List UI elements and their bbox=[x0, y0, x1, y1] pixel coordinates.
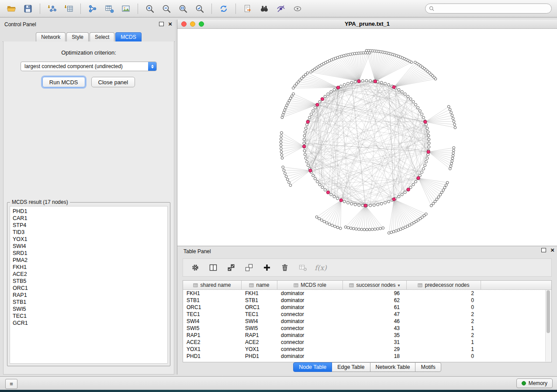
result-item[interactable]: SWI5 bbox=[10, 306, 167, 313]
table-row[interactable]: ACE2ACE2connector311 bbox=[183, 339, 551, 346]
table-options-button[interactable] bbox=[296, 261, 310, 274]
unselect-all-button[interactable] bbox=[242, 261, 256, 274]
result-item[interactable]: FKH1 bbox=[10, 264, 167, 271]
column-header-predecessor-nodes[interactable]: predecessor nodes bbox=[407, 281, 481, 289]
import-table-button[interactable] bbox=[61, 2, 76, 15]
table-scrollbar[interactable] bbox=[545, 290, 551, 361]
delete-column-button[interactable] bbox=[278, 261, 292, 274]
network-table-button[interactable] bbox=[101, 2, 117, 15]
mcds-result-group: MCDS result (17 nodes) PHD1CAR1STP4TID3Y… bbox=[7, 202, 170, 366]
tab-node-table[interactable]: Node Table bbox=[293, 362, 332, 372]
table-row[interactable]: FKH1FKH1dominator962 bbox=[183, 290, 551, 297]
result-item[interactable]: YOX1 bbox=[10, 236, 167, 243]
table-row[interactable]: STB1STB1dominator620 bbox=[183, 297, 551, 304]
float-panel-icon[interactable] bbox=[159, 22, 164, 26]
run-mcds-button[interactable]: Run MCDS bbox=[42, 77, 85, 87]
result-item[interactable]: PMA2 bbox=[10, 257, 167, 264]
table-cell: connector bbox=[277, 346, 343, 352]
table-row[interactable]: SWI5SWI5connector431 bbox=[183, 325, 551, 332]
memory-button[interactable]: Memory bbox=[516, 378, 553, 388]
result-item[interactable]: SRD1 bbox=[10, 250, 167, 257]
table-cell: 1 bbox=[407, 325, 481, 331]
dropdown-arrows-icon bbox=[148, 62, 156, 71]
result-item[interactable]: STP4 bbox=[10, 222, 167, 229]
network-title: YPA_prune.txt_1 bbox=[177, 20, 557, 28]
zoom-fit-button[interactable] bbox=[175, 2, 191, 15]
eye-icon bbox=[293, 4, 302, 14]
open-button[interactable] bbox=[3, 2, 19, 15]
zoom-selected-button[interactable] bbox=[192, 2, 208, 15]
tab-network-table[interactable]: Network Table bbox=[370, 362, 416, 372]
export-image-icon bbox=[121, 4, 131, 14]
result-item[interactable]: TID3 bbox=[10, 229, 167, 236]
import-network-button[interactable] bbox=[44, 2, 60, 15]
export-network-button[interactable] bbox=[240, 2, 256, 15]
zoom-in-button[interactable] bbox=[142, 2, 158, 15]
result-item[interactable]: RAP1 bbox=[10, 292, 167, 299]
tab-motifs[interactable]: Motifs bbox=[415, 362, 441, 372]
table-cell: connector bbox=[277, 339, 343, 345]
column-header-successor-nodes[interactable]: successor nodes▾ bbox=[343, 281, 407, 289]
column-header-MCDS-role[interactable]: MCDS role bbox=[277, 281, 343, 289]
result-item[interactable]: TEC1 bbox=[10, 313, 167, 320]
trash-icon bbox=[280, 263, 289, 272]
table-row[interactable]: SWI4SWI4dominator462 bbox=[183, 318, 551, 325]
export-image-button[interactable] bbox=[118, 2, 134, 15]
show-columns-button[interactable] bbox=[206, 261, 220, 274]
network-graph[interactable] bbox=[177, 28, 557, 245]
save-button[interactable] bbox=[20, 2, 36, 15]
float-panel-icon[interactable] bbox=[541, 248, 546, 252]
column-header-shared-name[interactable]: shared name bbox=[183, 281, 242, 289]
result-item[interactable]: STB5 bbox=[10, 278, 167, 285]
tab-mcds[interactable]: MCDS bbox=[115, 32, 141, 41]
close-panel-icon[interactable]: × bbox=[168, 21, 172, 27]
scrollbar-thumb[interactable] bbox=[547, 290, 550, 333]
memory-label: Memory bbox=[529, 380, 547, 386]
binoculars-icon bbox=[259, 4, 269, 14]
table-row[interactable]: ORC1ORC1dominator610 bbox=[183, 304, 551, 311]
tab-style[interactable]: Style bbox=[66, 32, 89, 41]
table-settings-button[interactable] bbox=[188, 261, 202, 274]
table-header-row: shared namenameMCDS rolesuccessor nodes▾… bbox=[183, 281, 551, 290]
plus-icon bbox=[263, 263, 271, 272]
zoom-out-button[interactable] bbox=[159, 2, 174, 15]
result-item[interactable]: SWI4 bbox=[10, 243, 167, 250]
close-window-button[interactable] bbox=[181, 21, 187, 27]
network-window: YPA_prune.txt_1 bbox=[177, 20, 557, 246]
table-row[interactable]: YOX1YOX1connector291 bbox=[183, 346, 551, 353]
close-panel-button[interactable]: Close panel bbox=[91, 77, 135, 87]
result-item[interactable]: ACE2 bbox=[10, 271, 167, 278]
column-header-name[interactable]: name bbox=[242, 281, 277, 289]
status-menu-button[interactable]: ≡ bbox=[5, 379, 17, 389]
tab-edge-table[interactable]: Edge Table bbox=[332, 362, 370, 372]
fx-icon: f(x) bbox=[315, 264, 326, 272]
select-all-button[interactable] bbox=[224, 261, 238, 274]
table-row[interactable]: PHD1PHD1dominator180 bbox=[183, 353, 551, 360]
tab-network[interactable]: Network bbox=[36, 32, 66, 41]
node-table: shared namenameMCDS rolesuccessor nodes▾… bbox=[183, 280, 552, 362]
table-row[interactable]: RAP1RAP1dominator352 bbox=[183, 332, 551, 339]
result-item[interactable]: CAR1 bbox=[10, 215, 167, 222]
add-column-button[interactable] bbox=[260, 261, 274, 274]
search-field[interactable] bbox=[425, 3, 552, 14]
refresh-button[interactable] bbox=[216, 2, 232, 15]
mcds-result-list[interactable]: PHD1CAR1STP4TID3YOX1SWI4SRD1PMA2FKH1ACE2… bbox=[10, 206, 168, 364]
result-item[interactable]: ORC1 bbox=[10, 285, 167, 292]
minimize-window-button[interactable] bbox=[190, 21, 195, 27]
tab-select[interactable]: Select bbox=[90, 32, 114, 41]
criterion-value: largest connected component (undirected) bbox=[21, 63, 123, 69]
result-item[interactable]: GCR1 bbox=[10, 320, 167, 327]
result-item[interactable]: PHD1 bbox=[10, 208, 167, 215]
table-row[interactable]: TEC1TEC1connector472 bbox=[183, 311, 551, 318]
close-panel-icon[interactable]: × bbox=[550, 247, 554, 253]
new-network-button[interactable] bbox=[85, 2, 100, 15]
result-item[interactable]: STB1 bbox=[10, 299, 167, 306]
criterion-dropdown[interactable]: largest connected component (undirected) bbox=[21, 62, 157, 71]
hide-graphics-button[interactable] bbox=[273, 2, 289, 15]
search-input[interactable] bbox=[436, 5, 548, 12]
search-objects-button[interactable] bbox=[256, 2, 272, 15]
sort-chevron-icon[interactable]: ▾ bbox=[398, 283, 400, 288]
maximize-window-button[interactable] bbox=[199, 21, 204, 27]
show-graphics-button[interactable] bbox=[290, 2, 305, 15]
function-builder-button[interactable]: f(x) bbox=[314, 261, 328, 274]
